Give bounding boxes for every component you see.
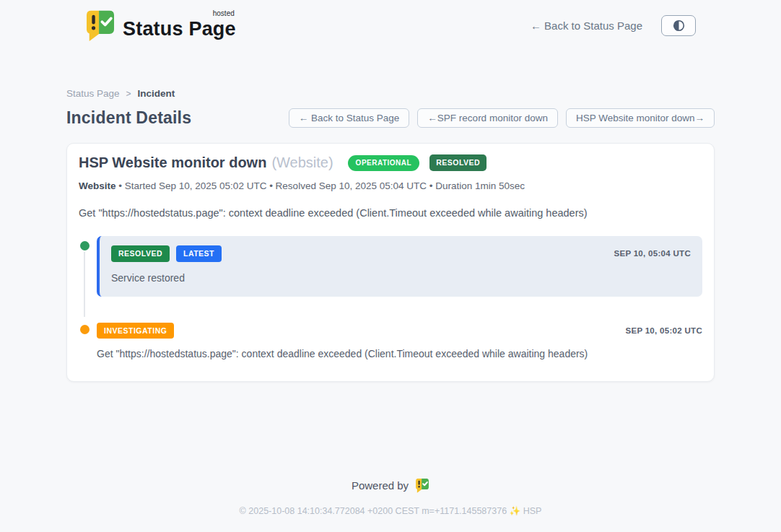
logo-text: Status Page [123, 18, 236, 40]
incident-timeline: RESOLVED LATEST SEP 10, 05:04 UTC Servic… [79, 236, 702, 359]
header-actions: ← Back to Status Page [531, 15, 696, 36]
breadcrumb-status-page[interactable]: Status Page [66, 88, 120, 99]
main-content: Status Page > Incident Incident Details … [66, 42, 715, 382]
back-to-status-page-button[interactable]: ← Back to Status Page [289, 108, 410, 128]
incident-description: Get "https://hostedstatus.page": context… [79, 207, 702, 219]
next-incident-button[interactable]: HSP Website monitor down→ [566, 108, 715, 128]
timeline-timestamp: SEP 10, 05:02 UTC [625, 326, 702, 335]
timeline-message: Service restored [111, 272, 691, 284]
breadcrumb-separator: > [126, 89, 131, 99]
powered-by-label: Powered by [352, 479, 409, 492]
prev-incident-button[interactable]: ←SPF record monitor down [417, 108, 558, 128]
heading-row: Incident Details ← Back to Status Page ←… [66, 108, 715, 128]
operational-status-badge: OPERATIONAL [348, 155, 420, 171]
header-back-link[interactable]: ← Back to Status Page [531, 19, 642, 32]
powered-by-logo-icon [415, 478, 429, 493]
investigating-badge: INVESTIGATING [97, 323, 174, 339]
breadcrumb-incident: Incident [138, 88, 175, 99]
timeline-message: Get "https://hostedstatus.page": context… [97, 348, 702, 359]
timeline-timestamp: SEP 10, 05:04 UTC [614, 249, 691, 258]
breadcrumb: Status Page > Incident [66, 88, 715, 99]
copyright-text: © 2025-10-08 14:10:34.772084 +0200 CEST … [0, 505, 781, 516]
theme-toggle-button[interactable] [661, 15, 696, 36]
resolved-state-badge: RESOLVED [429, 154, 487, 171]
resolved-badge: RESOLVED [111, 245, 170, 262]
status-page-bubble-icon [85, 9, 115, 42]
incident-component: (Website) [271, 154, 333, 171]
timeline-dot-investigating [79, 323, 91, 336]
incident-title-row: HSP Website monitor down (Website) OPERA… [79, 154, 702, 171]
header: hosted Status Page ← Back to Status Page [66, 0, 715, 42]
incident-card: HSP Website monitor down (Website) OPERA… [66, 143, 715, 382]
incident-meta-details: • Started Sep 10, 2025 05:02 UTC • Resol… [118, 180, 525, 191]
logo-superscript: hosted [213, 9, 235, 17]
page-title: Incident Details [66, 108, 191, 128]
powered-by-link[interactable]: Powered by [352, 478, 429, 493]
footer: Powered by © 2025-10-08 14:10:34.772084 … [0, 478, 781, 532]
incident-nav-buttons: ← Back to Status Page ←SPF record monito… [289, 108, 715, 128]
incident-meta-component: Website [79, 180, 116, 191]
timeline-badges: INVESTIGATING [97, 323, 174, 339]
timeline-item-investigating: INVESTIGATING SEP 10, 05:02 UTC Get "htt… [97, 323, 702, 360]
timeline-connector-line [84, 248, 85, 317]
app-logo[interactable]: hosted Status Page [85, 9, 236, 42]
timeline-item-resolved: RESOLVED LATEST SEP 10, 05:04 UTC Servic… [97, 236, 702, 297]
timeline-dot-resolved [79, 240, 91, 252]
timeline-badges: RESOLVED LATEST [111, 245, 222, 262]
incident-meta: Website • Started Sep 10, 2025 05:02 UTC… [79, 180, 702, 191]
latest-badge: LATEST [176, 245, 222, 262]
timeline-highlight-box: RESOLVED LATEST SEP 10, 05:04 UTC Servic… [97, 236, 702, 297]
incident-title: HSP Website monitor down [79, 154, 266, 171]
contrast-half-circle-icon [673, 19, 685, 32]
